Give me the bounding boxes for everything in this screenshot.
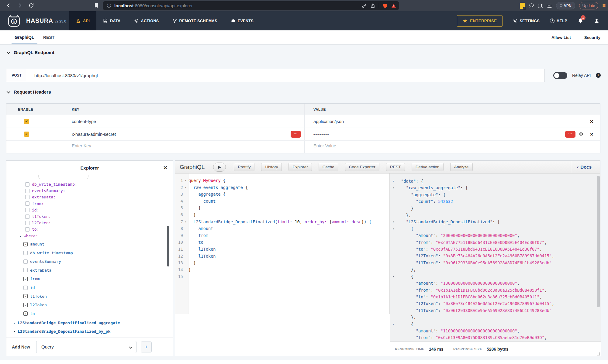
request-headers-header[interactable]: Request Headers [7, 89, 51, 94]
field-checkbox[interactable]: ✓ [23, 277, 28, 281]
browser-back-icon[interactable] [5, 2, 12, 9]
explorer-scrollbar[interactable] [167, 226, 169, 266]
field-checkbox[interactable] [23, 259, 28, 264]
explorer-arg-id-[interactable]: id: [25, 208, 39, 212]
new-key-input[interactable] [72, 143, 193, 148]
explorer-root-l2standardbridge-depositfinalized-by-pk[interactable]: ▸L2StandardBridge_DepositFinalized_by_pk [14, 329, 110, 334]
explorer-arg-where[interactable]: ▸where: [20, 234, 38, 238]
explorer-field-amount[interactable]: ✓amount [23, 242, 44, 246]
fold-icon[interactable]: ▾ [391, 218, 396, 225]
history-button[interactable]: History [261, 163, 282, 171]
key-icon[interactable] [362, 3, 367, 8]
explorer-root-l2standardbridge-depositfinalized-aggregate[interactable]: ▸L2StandardBridge_DepositFinalized_aggre… [14, 321, 120, 325]
tab-graphiql[interactable]: GraphiQL [15, 30, 34, 45]
field-checkbox[interactable] [23, 268, 28, 272]
expand-arrow-icon[interactable]: ▸ [14, 321, 16, 325]
explorer-field-from[interactable]: ✓from [23, 276, 40, 281]
browser-reload-icon[interactable] [28, 2, 35, 9]
explorer-field-db-write-timestamp[interactable]: db_write_timestamp [23, 251, 73, 255]
field-checkbox[interactable]: ✓ [23, 294, 28, 298]
relay-api-toggle[interactable] [553, 72, 567, 79]
fold-icon[interactable]: ▾ [183, 218, 188, 225]
explorer-field-to[interactable]: ✓to [23, 311, 35, 316]
cache-button[interactable]: Cache [319, 163, 338, 171]
analyze-button[interactable]: Analyze [450, 163, 473, 171]
notes-extension-icon[interactable]: 1 [520, 3, 525, 9]
field-checkbox[interactable] [25, 227, 29, 232]
field-checkbox[interactable] [25, 195, 29, 199]
notifications-button[interactable]: 1 [578, 18, 583, 24]
remove-header-icon[interactable]: ✕ [590, 115, 593, 128]
nav-item-api[interactable]: API [69, 11, 96, 30]
fold-icon[interactable]: ▾ [391, 273, 396, 280]
add-query-button[interactable]: + [141, 342, 152, 352]
sidebar-toggle-icon[interactable] [538, 4, 543, 8]
admin-secret-pill-icon[interactable]: ••• [565, 131, 575, 138]
derive-action-button[interactable]: Derive action [412, 163, 444, 171]
explorer-arg-l1token-[interactable]: l1Token: [25, 214, 51, 219]
field-checkbox[interactable] [25, 201, 29, 206]
explorer-button[interactable]: Explorer [288, 163, 312, 171]
execute-query-button[interactable]: ▶ [213, 163, 226, 172]
info-icon[interactable]: i [596, 73, 601, 78]
explorer-field-eventssummary[interactable]: eventsSummary [23, 259, 61, 264]
graphql-endpoint-header[interactable]: GraphQL Endpoint [7, 50, 54, 55]
field-checkbox[interactable] [25, 221, 29, 225]
fold-icon[interactable]: ▾ [391, 321, 396, 328]
url-bar[interactable]: i localhost:8080/console/api/api-explore… [103, 1, 399, 10]
admin-secret-pill-icon[interactable]: ••• [291, 131, 301, 138]
site-info-icon[interactable]: i [107, 4, 111, 8]
header-value[interactable]: application/json [313, 115, 344, 128]
expand-arrow-icon[interactable]: ▸ [20, 234, 22, 238]
rest-button[interactable]: REST [386, 163, 405, 171]
wallet-icon[interactable] [547, 4, 552, 8]
update-button[interactable]: Update [579, 2, 599, 9]
code-exporter-button[interactable]: Code Exporter [345, 163, 379, 171]
endpoint-url-input[interactable] [27, 69, 544, 82]
nav-item-events[interactable]: EVENTS [224, 11, 260, 30]
explorer-field-extradata[interactable]: extraData [23, 268, 51, 273]
enterprise-button[interactable]: ★ENTERPRISE [457, 15, 503, 27]
share-icon[interactable] [370, 3, 375, 8]
query-editor[interactable]: 1▾query MyQuery {2▾ raw_events_aggregate… [175, 173, 390, 314]
response-scrollbar[interactable] [597, 176, 600, 307]
expand-arrow-icon[interactable]: ▸ [14, 330, 16, 333]
header-key[interactable]: x-hasura-admin-secret [72, 128, 116, 141]
explorer-arg-to-[interactable]: to: [25, 227, 39, 232]
field-checkbox[interactable] [25, 189, 29, 193]
hasura-logo[interactable]: λ [7, 15, 21, 27]
enable-checkbox[interactable]: ✓ [24, 119, 29, 124]
add-new-select[interactable]: Query [36, 341, 136, 353]
fold-icon[interactable]: ▾ [391, 178, 396, 184]
brave-shield-icon[interactable] [383, 3, 388, 8]
fold-icon[interactable]: ▾ [391, 225, 396, 232]
field-checkbox[interactable] [25, 182, 29, 187]
field-checkbox[interactable]: ✓ [23, 303, 28, 307]
tab-rest[interactable]: REST [43, 30, 54, 45]
security-link[interactable]: Security [584, 35, 600, 40]
warning-icon[interactable] [391, 3, 396, 8]
prettify-button[interactable]: Prettify [234, 163, 254, 171]
field-checkbox[interactable] [25, 208, 29, 212]
explorer-arg-l2token-[interactable]: l2Token: [25, 221, 51, 225]
explorer-field-l1token[interactable]: ✓l1Token [23, 294, 47, 299]
enable-checkbox[interactable]: ✓ [24, 132, 29, 137]
nav-item-data[interactable]: DATA [96, 11, 127, 30]
nav-item-actions[interactable]: ACTIONS [127, 11, 166, 30]
eye-icon[interactable] [578, 132, 584, 136]
close-icon[interactable]: ✕ [163, 161, 168, 175]
leo-ai-icon[interactable] [529, 3, 534, 8]
new-value-input[interactable] [313, 143, 435, 148]
field-checkbox[interactable] [23, 286, 28, 290]
fold-icon[interactable]: ▾ [183, 177, 188, 184]
menu-icon[interactable]: ≡ [602, 2, 606, 9]
field-checkbox[interactable]: ✓ [23, 242, 28, 246]
fold-icon[interactable]: ▾ [391, 184, 396, 191]
field-checkbox[interactable]: ✓ [23, 311, 28, 316]
explorer-arg-eventssummary-[interactable]: eventsSummary: [25, 188, 65, 193]
header-key[interactable]: content-type [72, 115, 96, 128]
explorer-field-id[interactable]: id [23, 285, 35, 290]
fold-icon[interactable]: ▾ [183, 184, 188, 191]
remove-header-icon[interactable]: ✕ [590, 128, 593, 141]
docs-button[interactable]: ‹Docs [577, 161, 592, 173]
